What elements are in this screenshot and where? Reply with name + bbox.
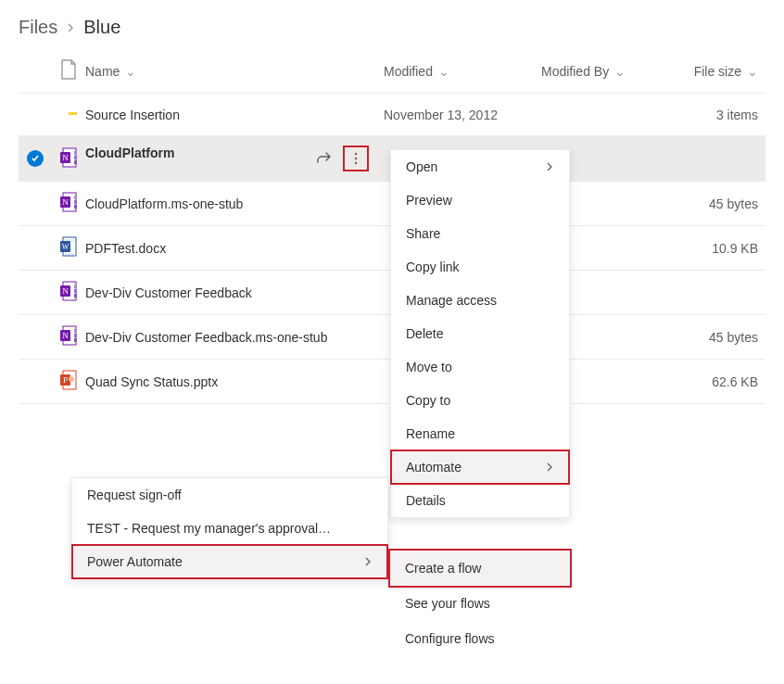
file-modified: November 13, 2012 — [384, 108, 498, 122]
chevron-down-icon: ⌄ — [614, 64, 626, 79]
svg-text:N: N — [62, 331, 69, 340]
breadcrumb-current[interactable]: Blue — [83, 17, 120, 38]
file-name[interactable]: CloudPlatform.ms-one-stub — [85, 196, 243, 211]
svg-rect-29 — [74, 329, 77, 333]
svg-point-35 — [69, 376, 74, 382]
file-name[interactable]: Quad Sync Status.pptx — [85, 374, 218, 389]
submenu-item-configure-flows[interactable]: Configure flows — [390, 621, 570, 656]
chevron-right-icon — [545, 460, 554, 475]
onenote-icon: N — [59, 146, 78, 169]
svg-rect-25 — [74, 294, 77, 298]
submenu-item-request-signoff[interactable]: Request sign-off — [72, 478, 387, 512]
svg-rect-23 — [74, 285, 77, 288]
powerpoint-icon: P — [59, 369, 78, 391]
menu-item-share[interactable]: Share — [391, 217, 569, 250]
file-name[interactable]: Source Insertion — [85, 108, 180, 122]
svg-text:N: N — [62, 286, 69, 296]
table-row[interactable]: Source InsertionNovember 13, 20123 items — [19, 94, 765, 136]
file-size: 10.9 KB — [712, 241, 758, 256]
context-menu: Open Preview Share Copy link Manage acce… — [390, 149, 570, 518]
svg-rect-13 — [74, 200, 77, 204]
svg-text:N: N — [62, 153, 69, 162]
chevron-down-icon: ⌄ — [438, 64, 449, 79]
column-header-name[interactable]: Name⌄ — [85, 45, 376, 94]
svg-text:N: N — [62, 197, 69, 207]
svg-rect-5 — [74, 160, 77, 164]
svg-rect-24 — [74, 289, 77, 293]
menu-item-moveto[interactable]: Move to — [391, 350, 569, 384]
menu-item-rename[interactable]: Rename — [391, 417, 569, 450]
svg-rect-14 — [74, 205, 77, 209]
svg-rect-3 — [74, 151, 77, 155]
submenu-item-see-flows[interactable]: See your flows — [390, 586, 570, 621]
svg-text:P: P — [63, 375, 68, 385]
menu-item-details[interactable]: Details — [391, 484, 569, 517]
power-automate-submenu: Create a flow See your flows Configure f… — [390, 551, 570, 656]
chevron-right-icon — [363, 554, 373, 569]
menu-item-open[interactable]: Open — [391, 150, 569, 184]
share-icon[interactable] — [311, 146, 337, 171]
menu-item-automate[interactable]: Automate — [391, 450, 569, 484]
chevron-down-icon: ⌄ — [747, 64, 758, 79]
svg-rect-30 — [74, 334, 77, 337]
file-size: 45 bytes — [709, 196, 758, 211]
svg-rect-4 — [74, 156, 77, 159]
menu-item-copylink[interactable]: Copy link — [391, 250, 569, 284]
svg-rect-12 — [74, 196, 77, 199]
word-icon: W — [59, 235, 78, 258]
onenote-icon: N — [59, 324, 78, 347]
file-name[interactable]: CloudPlatform — [85, 146, 174, 160]
breadcrumb-root[interactable]: Files — [19, 17, 57, 38]
column-header-size[interactable]: File size⌄ — [673, 45, 765, 94]
file-size: 45 bytes — [709, 330, 758, 345]
menu-item-delete[interactable]: Delete — [391, 317, 569, 350]
automate-submenu: Request sign-off TEST - Request my manag… — [71, 477, 388, 579]
chevron-right-icon — [65, 17, 76, 38]
file-name[interactable]: Dev-Div Customer Feedback.ms-one-stub — [85, 330, 327, 345]
column-header-modifiedby[interactable]: Modified By⌄ — [534, 45, 673, 94]
chevron-right-icon — [545, 159, 554, 174]
file-size: 62.6 KB — [712, 374, 758, 389]
file-size: 3 items — [716, 108, 758, 122]
checkmark-icon[interactable] — [27, 150, 44, 167]
onenote-icon: N — [59, 191, 78, 213]
submenu-item-test-request[interactable]: TEST - Request my manager's approval… — [72, 512, 387, 545]
svg-point-8 — [355, 162, 357, 164]
menu-item-manageaccess[interactable]: Manage access — [391, 284, 569, 317]
svg-text:W: W — [62, 243, 70, 251]
onenote-icon: N — [59, 280, 78, 302]
column-header-filetype[interactable] — [52, 45, 85, 94]
svg-rect-31 — [74, 338, 77, 342]
submenu-item-power-automate[interactable]: Power Automate — [72, 545, 387, 578]
file-name[interactable]: Dev-Div Customer Feedback — [85, 285, 252, 300]
breadcrumb: Files Blue — [0, 0, 784, 45]
svg-point-7 — [355, 158, 357, 159]
more-actions-icon[interactable] — [343, 146, 369, 171]
menu-item-preview[interactable]: Preview — [391, 184, 569, 217]
submenu-item-create-flow[interactable]: Create a flow — [390, 551, 570, 586]
chevron-down-icon: ⌄ — [125, 64, 136, 79]
column-header-modified[interactable]: Modified⌄ — [376, 45, 534, 94]
svg-point-6 — [355, 153, 357, 155]
file-name[interactable]: PDFTest.docx — [85, 241, 166, 256]
menu-item-copyto[interactable]: Copy to — [391, 384, 569, 417]
